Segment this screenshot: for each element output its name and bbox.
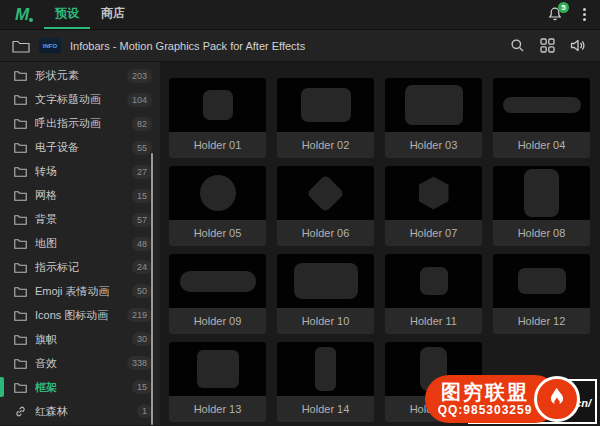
holder-shape xyxy=(524,169,559,217)
sidebar-item-label: 形状元素 xyxy=(35,68,79,83)
app-window: M 预设商店 5 INFO Infobars - Mot xyxy=(0,0,600,426)
preset-thumbnail xyxy=(493,166,590,220)
holder-shape xyxy=(180,271,256,292)
app-logo[interactable]: M xyxy=(0,0,44,29)
preset-label: Holder 09 xyxy=(169,308,266,334)
speaker-icon[interactable] xyxy=(570,38,586,53)
preset-label: Holder 13 xyxy=(169,396,266,422)
holder-shape xyxy=(200,175,236,211)
app-logo-letter: M xyxy=(15,5,29,25)
preset-thumbnail xyxy=(385,342,482,396)
sidebar-item[interactable]: 音效 338 xyxy=(0,351,160,375)
folder-icon xyxy=(14,238,27,249)
sidebar-item-count: 15 xyxy=(132,189,152,203)
preset-card[interactable]: Holder 13 xyxy=(169,342,266,422)
holder-shape xyxy=(197,350,239,388)
preset-card[interactable]: Holder 15 xyxy=(385,342,482,422)
sidebar-item-label: 网格 xyxy=(35,188,57,203)
preset-label: Holder 06 xyxy=(277,220,374,246)
sidebar-item-count: 219 xyxy=(127,308,152,322)
preset-card[interactable]: Holder 10 xyxy=(277,254,374,334)
folder-icon xyxy=(14,310,27,321)
preset-card[interactable]: Holder 04 xyxy=(493,78,590,158)
preset-card[interactable]: Holder 14 xyxy=(277,342,374,422)
sidebar-item[interactable]: 网格 15 xyxy=(0,184,160,208)
sidebar-item-count: 104 xyxy=(127,93,152,107)
holder-shape xyxy=(203,90,233,120)
preset-thumbnail xyxy=(169,254,266,308)
sidebar-item[interactable]: 指示标记 24 xyxy=(0,256,160,280)
sidebar-item-label: 转场 xyxy=(35,164,57,179)
preset-card[interactable]: Holder 03 xyxy=(385,78,482,158)
preset-label: Holder 11 xyxy=(385,308,482,334)
sidebar-item[interactable]: 红森林 1 xyxy=(0,399,160,423)
folder-icon xyxy=(14,262,27,273)
main-tabs: 预设商店 xyxy=(44,0,136,29)
search-icon[interactable] xyxy=(510,38,525,53)
folder-icon xyxy=(14,286,27,297)
preset-grid: Holder 01 Holder 02 Holder 03 Holder 04 … xyxy=(160,62,600,425)
preset-thumbnail xyxy=(385,78,482,132)
preset-card[interactable]: Holder 02 xyxy=(277,78,374,158)
main-tab-1[interactable]: 商店 xyxy=(90,0,136,29)
holder-shape xyxy=(294,263,358,299)
preset-card[interactable]: Holder 06 xyxy=(277,166,374,246)
content-area: 形状元素 203 文字标题动画 104 呼出指示动画 82 电子设备 55 xyxy=(0,62,600,425)
pack-thumbnail[interactable]: INFO xyxy=(39,38,61,53)
sidebar-item-count: 203 xyxy=(127,69,152,83)
holder-shape xyxy=(306,174,344,212)
preset-card[interactable]: Holder 11 xyxy=(385,254,482,334)
notifications-button[interactable]: 5 xyxy=(547,6,565,24)
preset-card[interactable]: Holder 12 xyxy=(493,254,590,334)
preset-card[interactable]: Holder 09 xyxy=(169,254,266,334)
sidebar-item[interactable]: 文字标题动画 104 xyxy=(0,88,160,112)
logo-dot xyxy=(29,18,33,22)
top-bar: M 预设商店 5 xyxy=(0,0,600,30)
sidebar-item[interactable]: 电子设备 55 xyxy=(0,136,160,160)
grid-view-icon[interactable] xyxy=(540,38,555,53)
sidebar-item-count: 338 xyxy=(127,356,152,370)
holder-shape xyxy=(405,85,463,125)
sidebar-item-label: Emoji 表情动画 xyxy=(35,284,110,299)
sidebar-item[interactable]: 背景 57 xyxy=(0,208,160,232)
kebab-menu-icon[interactable] xyxy=(581,6,588,23)
sidebar-item[interactable]: Icons 图标动画 219 xyxy=(0,303,160,327)
sidebar-item[interactable]: 地图 48 xyxy=(0,232,160,256)
holder-shape xyxy=(419,177,449,210)
sidebar-item-count: 24 xyxy=(132,260,152,274)
sidebar-item[interactable]: 框架 15 xyxy=(0,375,160,399)
folder-icon xyxy=(14,166,27,177)
folder-icon xyxy=(14,94,27,105)
sidebar-scrollbar[interactable] xyxy=(151,153,153,425)
main-tab-0[interactable]: 预设 xyxy=(44,0,90,29)
sidebar-item[interactable]: 形状元素 203 xyxy=(0,64,160,88)
preset-label: Holder 05 xyxy=(169,220,266,246)
sidebar-item[interactable]: Emoji 表情动画 50 xyxy=(0,279,160,303)
preset-thumbnail xyxy=(277,342,374,396)
sidebar-item[interactable]: 转场 27 xyxy=(0,160,160,184)
sidebar-item[interactable]: 呼出指示动画 82 xyxy=(0,112,160,136)
holder-shape xyxy=(301,88,351,122)
preset-card[interactable]: Holder 01 xyxy=(169,78,266,158)
folder-icon xyxy=(14,190,27,201)
sidebar-item-label: 指示标记 xyxy=(35,260,79,275)
holder-shape xyxy=(420,347,447,391)
preset-card[interactable]: Holder 08 xyxy=(493,166,590,246)
sidebar-item-label: 地图 xyxy=(35,236,57,251)
preset-thumbnail xyxy=(277,78,374,132)
sidebar-item[interactable]: 旗帜 30 xyxy=(0,327,160,351)
sidebar-item-label: 旗帜 xyxy=(35,332,57,347)
preset-thumbnail xyxy=(493,78,590,132)
preset-label: Holder 02 xyxy=(277,132,374,158)
pack-title: Infobars - Motion Graphics Pack for Afte… xyxy=(70,40,305,52)
preset-thumbnail xyxy=(277,166,374,220)
preset-label: Holder 15 xyxy=(385,396,482,422)
preset-thumbnail xyxy=(385,254,482,308)
preset-label: Holder 10 xyxy=(277,308,374,334)
preset-thumbnail xyxy=(385,166,482,220)
folder-icon xyxy=(12,39,30,53)
preset-card[interactable]: Holder 05 xyxy=(169,166,266,246)
preset-thumbnail xyxy=(169,78,266,132)
preset-card[interactable]: Holder 07 xyxy=(385,166,482,246)
sidebar-item-count: 50 xyxy=(132,284,152,298)
